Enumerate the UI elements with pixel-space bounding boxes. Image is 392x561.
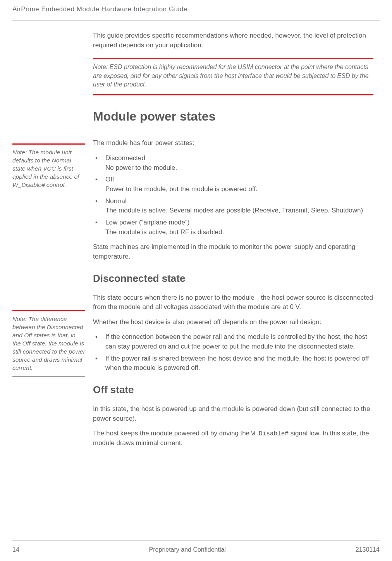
accent-rule — [12, 143, 85, 145]
accent-rule — [93, 58, 373, 59]
list-item: Low power (“airplane mode”) The module i… — [93, 218, 373, 237]
accent-rule — [12, 310, 85, 311]
subsection-heading: Disconnected state — [93, 273, 373, 285]
list-item: If the connection between the power rail… — [93, 332, 373, 351]
state-desc: The module is active. Several modes are … — [105, 206, 373, 216]
state-name: Disconnected — [105, 154, 145, 162]
margin-note-text: Note: The module unit defaults to the No… — [12, 148, 85, 194]
state-name: Normal — [105, 197, 127, 205]
state-desc: No power to the module. — [105, 163, 373, 173]
text-run: The host keeps the module powered off by… — [93, 430, 251, 437]
note-lead: Note: — [93, 64, 108, 70]
power-state-list: Disconnected No power to the module. Off… — [93, 154, 373, 237]
body-paragraph: In this state, the host is powered up an… — [93, 404, 373, 423]
intro-paragraph: This guide provides specific recommendat… — [93, 31, 373, 50]
footer-center: Proprietary and Confidential — [149, 546, 226, 553]
note-lead: Note: — [12, 149, 27, 155]
footer-doc-id: 2130114 — [356, 546, 380, 553]
margin-note-text: Note: The difference between the Disconn… — [12, 315, 85, 377]
list-item: Normal The module is active. Several mod… — [93, 197, 373, 216]
state-name: Low power (“airplane mode”) — [105, 219, 189, 226]
state-name: Off — [105, 176, 114, 183]
code-literal: W_Disable# — [251, 430, 289, 437]
running-header: AirPrime Embedded Module Hardware Integr… — [12, 5, 187, 13]
main-column: This guide provides specific recommendat… — [93, 31, 373, 454]
margin-note-2: Note: The difference between the Disconn… — [12, 310, 85, 377]
body-paragraph: The module has four power states: — [93, 138, 373, 148]
page-footer: 14 Proprietary and Confidential 2130114 — [12, 546, 380, 553]
header-rule — [12, 20, 380, 21]
list-item: If the power rail is shared between the … — [93, 354, 373, 373]
body-paragraph: State machines are implemented in the mo… — [93, 242, 373, 261]
note-body: ESD protection is highly recommended for… — [93, 64, 369, 88]
note-lead: Note: — [12, 316, 27, 322]
disconnected-bullet-list: If the connection between the power rail… — [93, 332, 373, 373]
footer-rule — [12, 540, 380, 541]
page-number: 14 — [12, 546, 19, 553]
section-heading: Module power states — [93, 109, 373, 124]
inline-note: Note: ESD protection is highly recommend… — [93, 63, 373, 95]
state-desc: Power to the module, but the module is p… — [105, 185, 373, 194]
state-desc: The module is active, but RF is disabled… — [105, 228, 373, 237]
body-paragraph: The host keeps the module powered off by… — [93, 429, 373, 448]
body-paragraph: Whether the host device is also powered … — [93, 318, 373, 327]
body-paragraph: This state occurs when there is no power… — [93, 293, 373, 312]
note-body: The difference between the Disconnected … — [12, 316, 85, 371]
margin-note-1: Note: The module unit defaults to the No… — [12, 143, 85, 194]
subsection-heading: Off state — [93, 384, 373, 396]
list-item: Off Power to the module, but the module … — [93, 175, 373, 194]
list-item: Disconnected No power to the module. — [93, 154, 373, 173]
